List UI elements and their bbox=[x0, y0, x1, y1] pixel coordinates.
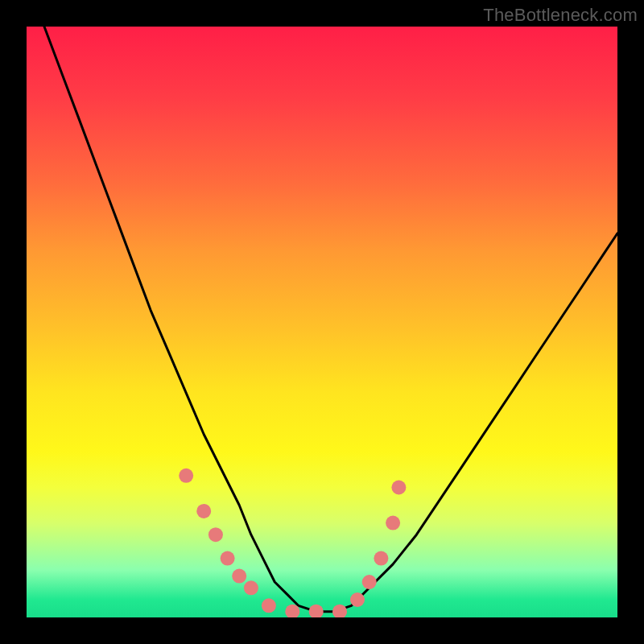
bottleneck-curve bbox=[44, 27, 617, 612]
marker-dot bbox=[391, 481, 406, 495]
marker-dot bbox=[386, 516, 400, 530]
marker-dot bbox=[232, 569, 246, 584]
marker-dot bbox=[244, 580, 258, 595]
marker-dot bbox=[374, 551, 388, 566]
marker-dot bbox=[179, 469, 193, 483]
marker-dot bbox=[262, 598, 276, 613]
marker-dot bbox=[350, 592, 365, 607]
marker-dot bbox=[221, 551, 235, 566]
chart-frame: TheBottleneck.com bbox=[0, 0, 644, 644]
chart-svg bbox=[27, 27, 617, 617]
marker-dots-group bbox=[179, 469, 406, 617]
marker-dot bbox=[208, 527, 223, 542]
marker-dot bbox=[196, 504, 211, 518]
marker-dot bbox=[362, 575, 377, 589]
marker-dot bbox=[332, 605, 347, 617]
plot-area bbox=[27, 27, 617, 617]
watermark-text: TheBottleneck.com bbox=[483, 5, 638, 26]
marker-dot bbox=[309, 605, 324, 617]
